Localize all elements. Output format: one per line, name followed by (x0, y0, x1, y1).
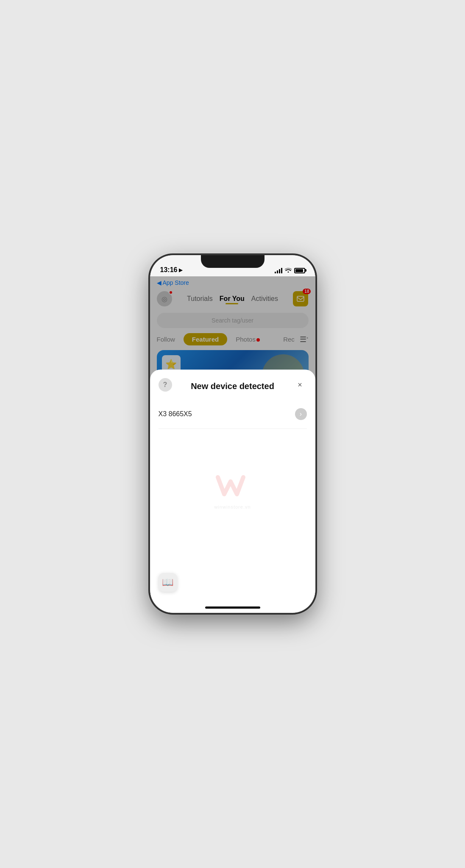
book-icon: 📖 (162, 577, 173, 588)
notch (201, 255, 265, 268)
phone-wrapper: 13:16 ▶ (144, 252, 322, 616)
modal-title: New device detected (159, 381, 307, 391)
signal-bars (275, 268, 282, 273)
home-indicator (205, 606, 260, 609)
phone-screen: 13:16 ▶ (150, 255, 315, 613)
modal-sheet: ? × New device detected winwinstore.vn X… (150, 370, 315, 613)
wifi-icon (285, 267, 292, 274)
help-button[interactable]: ? (159, 378, 172, 392)
status-time: 13:16 ▶ (160, 266, 183, 274)
battery-fill (295, 269, 303, 272)
phone-frame: 13:16 ▶ (150, 255, 315, 613)
device-name: X3 8665X5 (159, 410, 192, 418)
book-icon-button[interactable]: 📖 (159, 573, 177, 592)
watermark-logo (214, 473, 251, 504)
device-item[interactable]: X3 8665X5 › (159, 400, 307, 429)
location-icon: ▶ (179, 267, 182, 273)
device-arrow[interactable]: › (295, 408, 307, 420)
watermark: winwinstore.vn (214, 473, 251, 509)
battery-icon (294, 268, 305, 273)
close-button[interactable]: × (293, 378, 307, 392)
watermark-text: winwinstore.vn (214, 504, 251, 509)
status-right (275, 267, 305, 274)
time-display: 13:16 (160, 266, 178, 274)
